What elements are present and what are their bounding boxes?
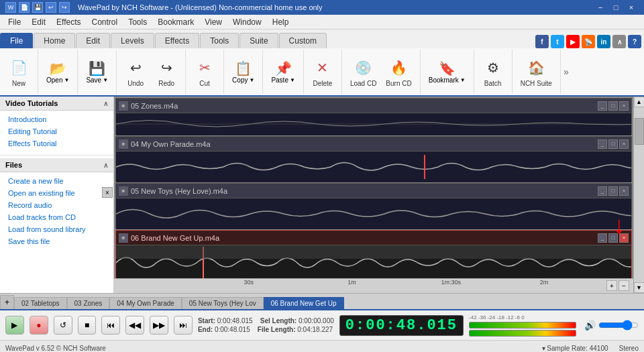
social-tw[interactable]: t — [551, 35, 564, 48]
track-mop-min[interactable]: _ — [598, 139, 607, 149]
track-zones-min[interactable]: _ — [598, 101, 607, 111]
track-zones-max[interactable]: □ — [608, 101, 618, 111]
tab-custom[interactable]: Custom — [279, 33, 327, 48]
scroll-thumb[interactable] — [635, 118, 644, 145]
tutorial-editing[interactable]: Editing Tutorial — [0, 125, 113, 137]
batch-button[interactable]: ⚙ Batch — [478, 51, 508, 93]
tab-add-btn[interactable]: + — [0, 295, 14, 309]
tab-05-new-toys[interactable]: 05 New Toys (Hey Lov — [182, 297, 264, 309]
track-nt-min[interactable]: _ — [598, 186, 607, 196]
delete-button[interactable]: ✕ Delete — [308, 51, 337, 93]
nch-suite-button[interactable]: 🏠 NCH Suite — [517, 51, 556, 93]
ribbon-expand[interactable]: ∧ — [612, 35, 626, 48]
menu-control[interactable]: Control — [87, 16, 123, 28]
bookmark-icon: 🔖 — [439, 60, 455, 76]
social-fb[interactable]: f — [535, 35, 549, 48]
maximize-btn[interactable]: □ — [608, 0, 623, 15]
new-button[interactable]: 📄 New — [4, 51, 34, 93]
tab-effects[interactable]: Effects — [155, 33, 199, 48]
save-button[interactable]: 💾 Save ▼ — [82, 51, 112, 93]
save-arrow-icon[interactable]: ▼ — [103, 77, 108, 83]
undo-button[interactable]: ↩ Undo — [121, 51, 150, 93]
scrollbar-vertical[interactable]: ▲ ▼ — [633, 97, 644, 293]
track-zones-close[interactable]: × — [619, 101, 629, 111]
start-time-label: Start: 0:00:48.015 Sel Length: 0:00:00.0… — [198, 317, 334, 325]
menu-file[interactable]: File — [3, 16, 26, 28]
track-nt-max[interactable]: □ — [608, 186, 618, 196]
stop-btn[interactable]: ■ — [78, 316, 97, 335]
loop-btn[interactable]: ↺ — [54, 316, 72, 335]
menu-effects[interactable]: Effects — [51, 16, 86, 28]
open-arrow-icon[interactable]: ▼ — [64, 77, 69, 83]
tab-02-tabletops[interactable]: 02 Tabletops — [14, 297, 67, 309]
tab-levels[interactable]: Levels — [111, 33, 154, 48]
tutorial-effects[interactable]: Effects Tutorial — [0, 137, 113, 150]
zoom-out-btn[interactable]: − — [619, 280, 629, 291]
copy-arrow-icon[interactable]: ▼ — [249, 77, 254, 83]
paste-button[interactable]: 📌 Paste ▼ — [267, 51, 299, 93]
scroll-down-arrow[interactable]: ▼ — [634, 282, 645, 293]
panel-files-header[interactable]: Files ∧ — [0, 158, 113, 172]
cut-icon: ✂ — [194, 57, 215, 78]
copy-button[interactable]: 📋 Copy ▼ — [228, 51, 258, 93]
panel-tutorials-title: Video Tutorials — [5, 99, 58, 107]
record-btn[interactable]: ● — [30, 316, 48, 335]
minimize-btn[interactable]: − — [593, 0, 608, 15]
scroll-up-arrow[interactable]: ▲ — [634, 97, 645, 107]
prev-btn[interactable]: ⏮ — [101, 316, 120, 335]
tab-file[interactable]: File — [0, 33, 33, 48]
redo-button[interactable]: ↪ Redo — [152, 51, 181, 93]
file-open-existing[interactable]: Open an existing file — [0, 187, 113, 199]
menu-edit[interactable]: Edit — [26, 16, 51, 28]
menu-tools[interactable]: Tools — [123, 16, 152, 28]
close-btn[interactable]: × — [624, 0, 639, 15]
end-time-value: 0:00:48.015 — [215, 326, 250, 333]
nch-suite-icon: 🏠 — [525, 57, 547, 78]
fwd-btn[interactable]: ▶▶ — [150, 316, 168, 335]
social-in[interactable]: in — [597, 35, 610, 48]
track-nt-close[interactable]: × — [619, 186, 629, 196]
open-button[interactable]: 📂 Open ▼ — [42, 51, 73, 93]
tab-edit[interactable]: Edit — [76, 33, 110, 48]
panel-tutorials-header[interactable]: Video Tutorials ∧ — [0, 97, 113, 111]
tab-03-zones[interactable]: 03 Zones — [67, 297, 110, 309]
bookmark-button[interactable]: 🔖 Bookmark ▼ — [425, 51, 470, 93]
cut-label: Cut — [199, 80, 210, 87]
burn-cd-button[interactable]: 🔥 Burn CD — [382, 51, 415, 93]
track-bng-min[interactable]: _ — [598, 233, 607, 243]
volume-slider[interactable] — [598, 320, 639, 331]
menu-help[interactable]: Help — [267, 16, 294, 28]
menu-bookmark[interactable]: Bookmark — [152, 16, 199, 28]
tutorial-introduction[interactable]: Introduction — [0, 113, 113, 125]
menu-window[interactable]: Window — [227, 16, 267, 28]
track-mop-close[interactable]: × — [619, 139, 629, 149]
volume-icon: 🔊 — [584, 320, 596, 331]
menu-view[interactable]: View — [199, 16, 227, 28]
sample-rate-dropdown[interactable]: ▾ Sample Rate: 44100 — [542, 345, 608, 352]
delete-icon: ✕ — [312, 57, 333, 78]
tab-home[interactable]: Home — [34, 33, 75, 48]
file-create-new[interactable]: Create a new file — [0, 175, 113, 187]
panel-close-btn[interactable]: × — [102, 187, 113, 198]
zoom-in-btn[interactable]: + — [606, 280, 617, 291]
cut-button[interactable]: ✂ Cut — [190, 51, 219, 93]
track-mop-max[interactable]: □ — [608, 139, 618, 149]
file-load-sound-library[interactable]: Load from sound library — [0, 223, 113, 235]
file-record-audio[interactable]: Record audio — [0, 199, 113, 211]
file-load-tracks-cd[interactable]: Load tracks from CD — [0, 211, 113, 223]
social-rss[interactable]: 📡 — [582, 35, 595, 48]
load-cd-button[interactable]: 💿 Load CD — [346, 51, 380, 93]
tab-04-my-own-parade[interactable]: 04 My Own Parade — [109, 297, 182, 309]
bookmark-arrow-icon[interactable]: ▼ — [460, 77, 466, 83]
paste-arrow-icon[interactable]: ▼ — [290, 77, 295, 83]
play-btn[interactable]: ▶ — [5, 316, 24, 335]
tab-tools[interactable]: Tools — [200, 33, 239, 48]
rwd-btn[interactable]: ◀◀ — [125, 316, 144, 335]
next-btn[interactable]: ⏭ — [174, 316, 193, 335]
social-yt[interactable]: ▶ — [566, 35, 580, 48]
tab-suite[interactable]: Suite — [239, 33, 278, 48]
ribbon-help[interactable]: ? — [628, 35, 641, 48]
tab-06-brand-new[interactable]: 06 Brand New Get Up — [264, 297, 344, 309]
more-ribbon-btn[interactable]: » — [561, 50, 572, 94]
file-save-this[interactable]: Save this file — [0, 235, 113, 247]
